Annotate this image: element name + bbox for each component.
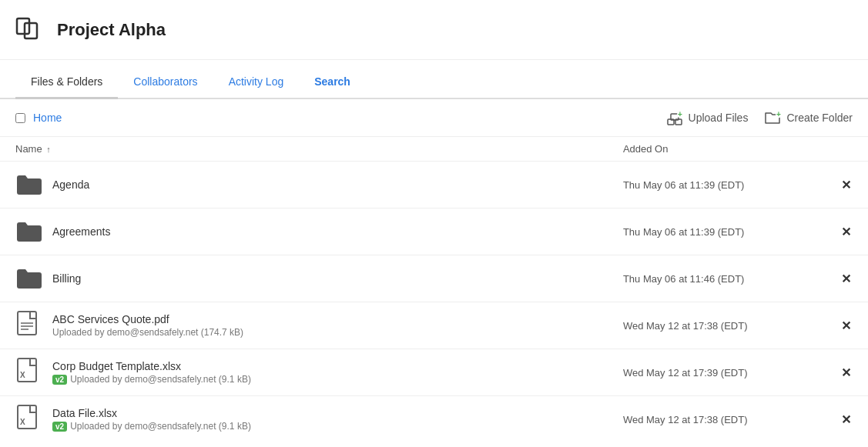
create-folder-icon: + (763, 108, 782, 127)
tab-files-folders[interactable]: Files & Folders (15, 66, 118, 99)
name-cell: Agreements (0, 208, 608, 255)
item-meta: Uploaded by demo@sendsafely.net (174.7 k… (52, 327, 243, 338)
delete-button[interactable]: ✕ (841, 272, 851, 285)
sort-arrow-icon: ↑ (46, 145, 51, 154)
item-name[interactable]: Agreements (52, 225, 110, 238)
added-date: Thu May 06 at 11:39 (EDT) (608, 208, 825, 255)
tab-collaborators[interactable]: Collaborators (118, 66, 213, 99)
version-badge: v2 (52, 422, 67, 432)
action-cell: ✕ (825, 302, 868, 349)
item-meta: v2Uploaded by demo@sendsafely.net (9.1 k… (52, 374, 251, 385)
table-row: Agenda Thu May 06 at 11:39 (EDT) ✕ (0, 162, 868, 208)
svg-text:X: X (20, 371, 25, 379)
pdf-icon (17, 311, 42, 340)
svg-text:+: + (678, 110, 682, 118)
upload-icon: + (665, 108, 684, 127)
item-name[interactable]: ABC Services Quote.pdf (52, 313, 243, 325)
tab-search[interactable]: Search (299, 66, 366, 99)
item-name[interactable]: Billing (52, 272, 81, 285)
added-date: Thu May 06 at 11:39 (EDT) (608, 162, 825, 208)
delete-button[interactable]: ✕ (841, 178, 851, 192)
name-cell: X Data File.xlsx v2Uploaded by demo@send… (0, 396, 608, 443)
home-checkbox[interactable] (15, 113, 25, 123)
svg-rect-1 (25, 23, 37, 38)
item-name[interactable]: Agenda (52, 178, 89, 191)
page-title: Project Alpha (57, 20, 166, 40)
added-date: Wed May 12 at 17:38 (EDT) (608, 396, 825, 443)
item-meta: v2Uploaded by demo@sendsafely.net (9.1 k… (52, 421, 251, 432)
name-cell: Agenda (0, 162, 608, 208)
home-link[interactable]: Home (33, 112, 62, 124)
name-cell: Billing (0, 255, 608, 302)
delete-button[interactable]: ✕ (841, 366, 851, 379)
table-row: Agreements Thu May 06 at 11:39 (EDT) ✕ (0, 208, 868, 255)
name-cell: ABC Services Quote.pdf Uploaded by demo@… (0, 302, 608, 349)
table-row: ABC Services Quote.pdf Uploaded by demo@… (0, 302, 868, 349)
svg-text:X: X (20, 418, 25, 426)
item-name[interactable]: Corp Budget Template.xlsx (52, 360, 251, 372)
table-row: X Corp Budget Template.xlsx v2Uploaded b… (0, 349, 868, 396)
svg-rect-0 (17, 18, 29, 34)
delete-button[interactable]: ✕ (841, 319, 851, 332)
file-table: Name ↑ Added On Agenda Thu May 06 at 11:… (0, 137, 868, 442)
xlsx-icon: X (17, 358, 42, 387)
version-badge: v2 (52, 375, 67, 385)
added-date: Wed May 12 at 17:39 (EDT) (608, 349, 825, 396)
toolbar-actions: + Upload Files + Create Folder (665, 108, 853, 127)
toolbar: Home + Upload Files + Create Folder (0, 99, 868, 137)
upload-files-button[interactable]: + Upload Files (665, 108, 749, 127)
table-row: X Data File.xlsx v2Uploaded by demo@send… (0, 396, 868, 443)
svg-text:+: + (776, 110, 781, 118)
create-folder-label: Create Folder (786, 112, 853, 124)
page-header: Project Alpha (0, 0, 868, 60)
upload-files-label: Upload Files (689, 112, 749, 124)
folder-icon (15, 267, 43, 290)
xlsx-icon: X (17, 405, 42, 434)
col-header-name[interactable]: Name ↑ (0, 137, 608, 162)
item-name[interactable]: Data File.xlsx (52, 407, 251, 419)
action-cell: ✕ (825, 208, 868, 255)
name-cell: X Corp Budget Template.xlsx v2Uploaded b… (0, 349, 608, 396)
folder-icon (15, 173, 43, 196)
folder-icon (15, 220, 43, 243)
added-date: Thu May 06 at 11:46 (EDT) (608, 255, 825, 302)
action-cell: ✕ (825, 162, 868, 208)
create-folder-button[interactable]: + Create Folder (763, 108, 853, 127)
table-row: Billing Thu May 06 at 11:46 (EDT) ✕ (0, 255, 868, 302)
action-cell: ✕ (825, 396, 868, 443)
tab-activity-log[interactable]: Activity Log (213, 66, 300, 99)
added-date: Wed May 12 at 17:38 (EDT) (608, 302, 825, 349)
tab-bar: Files & Folders Collaborators Activity L… (0, 66, 868, 99)
delete-button[interactable]: ✕ (841, 413, 851, 426)
col-header-action (825, 137, 868, 162)
action-cell: ✕ (825, 349, 868, 396)
project-icon (15, 12, 48, 47)
delete-button[interactable]: ✕ (841, 225, 851, 239)
col-header-added: Added On (608, 137, 825, 162)
action-cell: ✕ (825, 255, 868, 302)
